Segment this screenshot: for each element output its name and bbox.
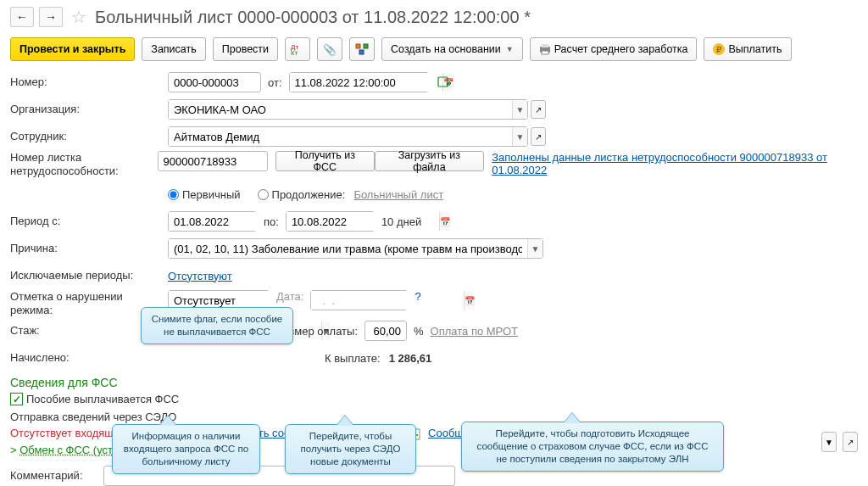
- date-input[interactable]: 📅: [289, 72, 429, 92]
- payout-button[interactable]: ₽ Выплатить: [704, 37, 791, 61]
- fss-section-head: Сведения для ФСС: [10, 376, 858, 389]
- more-down-button[interactable]: ▼: [821, 432, 837, 452]
- help-icon[interactable]: ?: [415, 290, 420, 303]
- continuation-label: Продолжение:: [272, 188, 346, 201]
- filled-data-link[interactable]: Заполнены данные листка нетрудоспособнос…: [492, 151, 858, 176]
- employee-select[interactable]: ▼: [168, 126, 528, 147]
- coin-icon: ₽: [713, 43, 725, 55]
- mrot-link[interactable]: Оплата по МРОТ: [431, 325, 518, 338]
- accrued-label: Начислено:: [10, 351, 168, 365]
- chevron-down-icon: ▼: [506, 45, 514, 53]
- primary-label: Первичный: [182, 188, 241, 201]
- chevron-down-icon[interactable]: ▼: [512, 127, 527, 146]
- svg-rect-2: [356, 44, 360, 48]
- attach-button[interactable]: 📎: [317, 37, 342, 61]
- fss-paid-checkbox[interactable]: ✓: [10, 393, 23, 405]
- primary-radio[interactable]: [168, 189, 179, 200]
- svg-rect-3: [364, 44, 368, 48]
- paperclip-icon: 📎: [323, 43, 337, 56]
- printer-icon: [539, 43, 551, 55]
- topay-value: 1 286,61: [389, 352, 432, 365]
- chevron-down-icon[interactable]: ▼: [512, 100, 527, 119]
- certno-input[interactable]: [158, 151, 268, 171]
- open-employee-button[interactable]: ↗: [531, 127, 546, 146]
- org-label: Организация:: [10, 103, 168, 116]
- comment-label: Комментарий:: [10, 469, 103, 483]
- period-to-label: по:: [264, 215, 279, 228]
- calendar-icon[interactable]: 📅: [439, 212, 450, 231]
- number-label: Номер:: [10, 75, 168, 89]
- svg-text:Кт: Кт: [291, 49, 298, 55]
- reason-label: Причина:: [10, 242, 168, 255]
- refresh-icon[interactable]: [437, 75, 451, 89]
- more-open-button[interactable]: ↗: [843, 432, 858, 452]
- save-button[interactable]: Записать: [142, 37, 205, 61]
- forward-button[interactable]: →: [39, 7, 63, 27]
- reason-select[interactable]: ▼: [168, 238, 543, 259]
- period-to-input[interactable]: 📅: [286, 211, 375, 232]
- tooltip-report: Перейдите, чтобы подготовить Исходящее с…: [461, 422, 724, 472]
- sick-list-link[interactable]: Больничный лист: [353, 188, 443, 201]
- sedo-send-label: Отправка сведений через СЭДО: [10, 411, 858, 423]
- from-label: от:: [268, 76, 282, 89]
- load-file-button[interactable]: Загрузить из файла: [375, 151, 484, 171]
- date-label: Дата:: [276, 290, 303, 303]
- period-from-input[interactable]: 📅: [168, 211, 257, 232]
- calc-earning-button[interactable]: Расчет среднего заработка: [530, 37, 698, 61]
- svg-rect-7: [542, 51, 548, 54]
- continuation-radio[interactable]: [258, 189, 269, 200]
- tooltip-incoming: Информация о наличии входящего запроса Ф…: [112, 424, 260, 474]
- tooltip-sedo: Перейдите, чтобы получить через СЭДО нов…: [285, 424, 416, 474]
- post-button[interactable]: Провести: [213, 37, 278, 61]
- payrate-input[interactable]: [364, 321, 407, 341]
- svg-rect-4: [359, 50, 364, 54]
- favorite-icon[interactable]: ☆: [71, 7, 86, 27]
- svg-rect-6: [542, 44, 548, 47]
- excluded-label: Исключаемые периоды:: [10, 269, 168, 282]
- back-button[interactable]: ←: [10, 7, 34, 27]
- employee-label: Сотрудник:: [10, 130, 168, 143]
- tooltip-fss-flag: Снимите флаг, если пособие не выплачивае…: [141, 307, 293, 344]
- related-button[interactable]: [349, 37, 375, 61]
- get-fss-button[interactable]: Получить из ФСС: [275, 151, 375, 171]
- certno-label: Номер листка нетрудоспособности:: [10, 151, 158, 177]
- svg-rect-8: [438, 77, 448, 87]
- topay-label: К выплате:: [325, 352, 381, 365]
- page-title: Больничный лист 0000-000003 от 11.08.202…: [95, 8, 531, 27]
- period-label: Период с:: [10, 215, 168, 228]
- calendar-icon[interactable]: 📅: [464, 291, 475, 310]
- create-based-button[interactable]: Создать на основании▼: [381, 37, 523, 61]
- days-count: 10 дней: [381, 215, 421, 228]
- org-select[interactable]: ▼: [168, 99, 528, 120]
- open-org-button[interactable]: ↗: [531, 100, 546, 119]
- debit-credit-button[interactable]: ДтКт: [285, 37, 310, 61]
- excluded-link[interactable]: Отсутствуют: [168, 270, 232, 282]
- violation-date-input[interactable]: 📅: [310, 290, 408, 310]
- chevron-down-icon[interactable]: ▼: [527, 239, 542, 258]
- post-and-close-button[interactable]: Провести и закрыть: [10, 37, 135, 61]
- number-input[interactable]: [168, 72, 261, 92]
- fss-paid-label: Пособие выплачивается ФСС: [26, 393, 179, 405]
